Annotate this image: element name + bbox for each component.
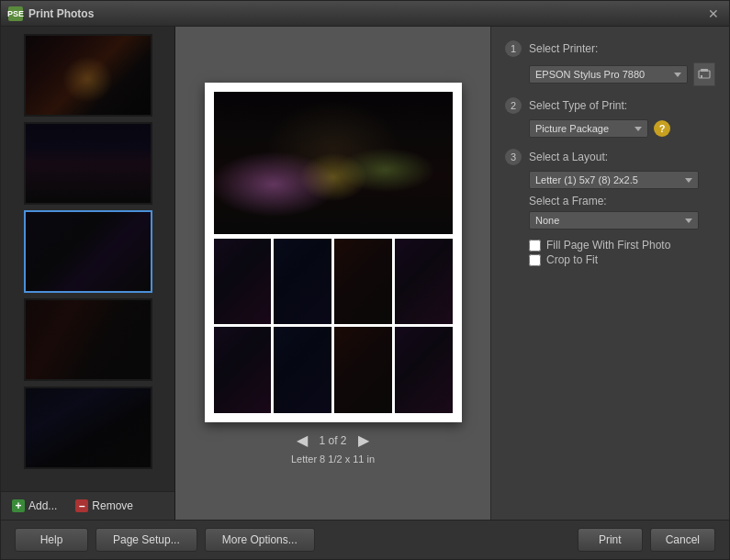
layout-dropdown-row: Letter (1) 5x7 (8) 2x2.5 Letter (2) 5x7 … xyxy=(529,171,715,189)
layout-controls: Letter (1) 5x7 (8) 2x2.5 Letter (2) 5x7 … xyxy=(529,171,715,266)
filmstrip-controls: + Add... – Remove xyxy=(1,491,174,520)
next-page-button[interactable]: ▶ xyxy=(354,431,373,450)
preview-photo-grid xyxy=(214,239,453,413)
grid-cell-7 xyxy=(334,327,392,413)
fill-page-row: Fill Page With First Photo xyxy=(529,239,715,252)
printer-dropdown-row: EPSON Stylus Pro 7880 Adobe PDF Microsof… xyxy=(529,62,715,86)
frame-dropdown-row: None Thin Thick xyxy=(529,211,715,230)
layout-select[interactable]: Letter (1) 5x7 (8) 2x2.5 Letter (2) 5x7 … xyxy=(529,171,699,189)
type-label: Select Type of Print: xyxy=(529,99,627,112)
photo-thumb-5[interactable] xyxy=(24,386,152,469)
bottom-bar: Help Page Setup... More Options... Print… xyxy=(1,520,729,559)
paper-size-info: Letter 8 1/2 x 11 in xyxy=(291,454,375,465)
add-button[interactable]: + Add... xyxy=(8,498,61,514)
crop-to-fit-checkbox[interactable] xyxy=(529,254,541,266)
grid-cell-8 xyxy=(395,327,453,413)
photo-thumb-3[interactable] xyxy=(24,210,152,293)
fill-page-checkbox[interactable] xyxy=(529,240,541,252)
fill-page-label[interactable]: Fill Page With First Photo xyxy=(546,239,670,252)
grid-cell-5 xyxy=(214,327,272,413)
step-2-number: 2 xyxy=(505,97,522,114)
printer-controls: EPSON Stylus Pro 7880 Adobe PDF Microsof… xyxy=(529,62,715,86)
info-icon[interactable]: ? xyxy=(654,120,670,137)
printer-section-header: 1 Select Printer: xyxy=(505,40,715,57)
preview-area: ◀ 1 of 2 ▶ Letter 8 1/2 x 11 in xyxy=(175,27,490,520)
filmstrip-panel: + Add... – Remove xyxy=(1,27,175,520)
printer-select[interactable]: EPSON Stylus Pro 7880 Adobe PDF Microsof… xyxy=(529,65,688,84)
print-photos-window: PSE Print Photos ✕ xyxy=(0,0,730,560)
grid-cell-4 xyxy=(395,239,453,325)
svg-rect-0 xyxy=(699,71,710,78)
add-icon: + xyxy=(12,499,25,512)
page-info: 1 of 2 xyxy=(319,434,346,447)
type-section-header: 2 Select Type of Print: xyxy=(505,97,715,114)
app-icon: PSE xyxy=(8,6,23,21)
close-button[interactable]: ✕ xyxy=(705,6,722,22)
frame-select[interactable]: None Thin Thick xyxy=(529,211,699,230)
type-select[interactable]: Picture Package Individual Prints Contac… xyxy=(529,119,648,138)
svg-rect-2 xyxy=(701,75,702,78)
printer-label: Select Printer: xyxy=(529,42,598,55)
grid-cell-6 xyxy=(274,327,331,413)
step-3-number: 3 xyxy=(505,149,522,165)
crop-to-fit-label[interactable]: Crop to Fit xyxy=(546,253,598,266)
main-content: + Add... – Remove xyxy=(1,27,729,520)
grid-cell-1 xyxy=(214,239,272,325)
photo-thumb-2[interactable] xyxy=(24,122,152,205)
section-select-layout: 3 Select a Layout: Letter (1) 5x7 (8) 2x… xyxy=(505,149,715,266)
type-controls: Picture Package Individual Prints Contac… xyxy=(529,119,715,138)
grid-cell-3 xyxy=(334,239,392,325)
filmstrip-scroll[interactable] xyxy=(1,27,174,491)
title-bar: PSE Print Photos ✕ xyxy=(1,1,729,27)
prev-page-button[interactable]: ◀ xyxy=(293,431,311,450)
layout-section-header: 3 Select a Layout: xyxy=(505,149,715,165)
step-1-number: 1 xyxy=(505,40,522,57)
photo-thumb-1[interactable] xyxy=(24,34,152,117)
printer-properties-button[interactable] xyxy=(693,62,715,86)
preview-top-photo xyxy=(214,92,453,234)
frame-label: Select a Frame: xyxy=(529,195,607,207)
top-photo-image xyxy=(214,92,453,234)
help-button[interactable]: Help xyxy=(15,528,88,552)
section-select-printer: 1 Select Printer: EPSON Stylus Pro 7880 … xyxy=(505,40,715,86)
photo-thumb-4[interactable] xyxy=(24,298,152,381)
window-title: Print Photos xyxy=(28,7,705,20)
print-button[interactable]: Print xyxy=(578,528,643,552)
preview-paper xyxy=(205,83,462,422)
svg-rect-1 xyxy=(701,69,708,72)
grid-cell-2 xyxy=(274,239,331,325)
preview-controls: ◀ 1 of 2 ▶ Letter 8 1/2 x 11 in xyxy=(291,431,375,465)
remove-icon: – xyxy=(75,499,88,512)
right-panel: 1 Select Printer: EPSON Stylus Pro 7880 … xyxy=(490,27,729,520)
layout-label: Select a Layout: xyxy=(529,151,608,163)
add-label: Add... xyxy=(28,499,57,512)
remove-label: Remove xyxy=(92,499,133,512)
page-navigation: ◀ 1 of 2 ▶ xyxy=(293,431,372,450)
cancel-button[interactable]: Cancel xyxy=(650,528,715,552)
more-options-button[interactable]: More Options... xyxy=(205,528,315,552)
page-setup-button[interactable]: Page Setup... xyxy=(95,528,197,552)
crop-to-fit-row: Crop to Fit xyxy=(529,253,715,266)
properties-icon xyxy=(698,68,711,81)
type-dropdown-row: Picture Package Individual Prints Contac… xyxy=(529,119,715,138)
section-select-type: 2 Select Type of Print: Picture Package … xyxy=(505,97,715,138)
remove-button[interactable]: – Remove xyxy=(72,498,137,514)
